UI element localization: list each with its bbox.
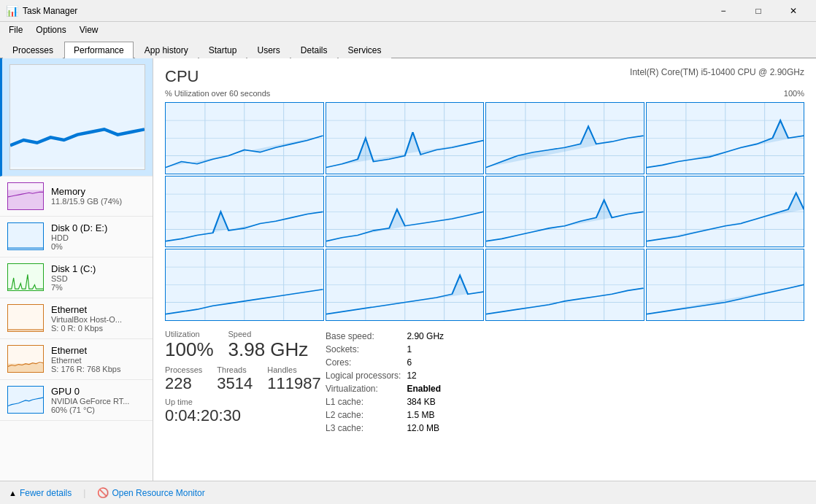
speed-value: 3.98 GHz xyxy=(228,338,309,361)
sidebar-item-eth1[interactable]: Ethernet VirtualBox Host-O... S: 0 R: 0 … xyxy=(0,298,153,339)
gpu-thumbnail xyxy=(7,386,44,414)
cpu-cell-2 xyxy=(326,102,485,174)
cpu-grid xyxy=(165,102,804,321)
close-button[interactable]: ✕ xyxy=(777,0,810,22)
disk0-thumbnail xyxy=(7,222,44,250)
virtualization-label: Virtualization: xyxy=(326,382,407,395)
menu-file[interactable]: File xyxy=(3,23,28,36)
base-speed-value: 2.90 GHz xyxy=(407,330,450,343)
sidebar: CPU 100% 3.98 GHz Memory 11.8/15.9 GB (7… xyxy=(0,58,153,481)
l3-value: 12.0 MB xyxy=(407,422,450,435)
fewer-details-link[interactable]: Fewer details xyxy=(20,488,72,498)
eth2-sidebar-sub: Ethernet xyxy=(51,356,145,365)
spec-row-sockets: Sockets: 1 xyxy=(326,343,450,356)
threads-value: 3514 xyxy=(217,374,253,393)
tab-services[interactable]: Services xyxy=(339,42,391,58)
footer-separator: | xyxy=(83,488,85,498)
cpu-cell-11 xyxy=(485,249,644,321)
svg-rect-0 xyxy=(8,190,43,209)
eth2-thumbnail xyxy=(7,345,44,373)
disk1-sidebar-name: Disk 1 (C:) xyxy=(51,263,145,274)
eth2-sidebar-name: Ethernet xyxy=(51,345,145,356)
stats-right: Base speed: 2.90 GHz Sockets: 1 Cores: 6… xyxy=(311,330,804,435)
tab-bar: Processes Performance App history Startu… xyxy=(0,38,816,58)
cpu-thumbnail xyxy=(9,64,145,170)
utilization-value: 100% xyxy=(165,338,214,361)
tab-startup[interactable]: Startup xyxy=(199,42,247,58)
eth1-sidebar-pct: S: 0 R: 0 Kbps xyxy=(51,324,145,333)
processes-value: 228 xyxy=(165,374,202,393)
disk0-sidebar-name: Disk 0 (D: E:) xyxy=(51,222,145,233)
tab-processes[interactable]: Processes xyxy=(3,42,63,58)
title-bar: 📊 Task Manager − □ ✕ xyxy=(0,0,816,22)
resource-monitor-icon: 🚫 xyxy=(97,487,109,498)
eth2-sidebar-pct: S: 176 R: 768 Kbps xyxy=(51,365,145,373)
window-controls: − □ ✕ xyxy=(707,0,810,22)
cpu-cell-7 xyxy=(485,176,644,248)
tab-details[interactable]: Details xyxy=(291,42,337,58)
tab-performance[interactable]: Performance xyxy=(64,42,134,58)
maximize-button[interactable]: □ xyxy=(742,0,775,22)
speed-stat: Speed 3.98 GHz xyxy=(228,330,309,361)
minimize-button[interactable]: − xyxy=(707,0,740,22)
gpu-sidebar-pct: 60% (71 °C) xyxy=(51,406,145,414)
l2-label: L2 cache: xyxy=(326,408,407,422)
eth2-sidebar-info: Ethernet Ethernet S: 176 R: 768 Kbps xyxy=(51,345,145,373)
gpu-sidebar-info: GPU 0 NVIDIA GeForce RT... 60% (71 °C) xyxy=(51,386,145,414)
window-title: Task Manager xyxy=(23,6,707,16)
sidebar-item-disk1[interactable]: Disk 1 (C:) SSD 7% xyxy=(0,257,153,298)
uptime-label: Up time xyxy=(165,398,311,406)
open-resource-monitor-link[interactable]: Open Resource Monitor xyxy=(112,488,204,498)
chart-percent: 100% xyxy=(784,89,804,98)
memory-sidebar-stats: 11.8/15.9 GB (74%) xyxy=(51,197,145,206)
disk1-thumbnail xyxy=(7,263,44,291)
chart-label: % Utilization over 60 seconds xyxy=(165,89,270,98)
sockets-label: Sockets: xyxy=(326,343,407,356)
svg-rect-1 xyxy=(8,364,43,372)
gpu-sidebar-sub: NVIDIA GeForce RT... xyxy=(51,397,145,406)
menu-view[interactable]: View xyxy=(74,23,104,36)
sidebar-item-cpu[interactable]: CPU 100% 3.98 GHz xyxy=(0,58,153,177)
utilization-stat: Utilization 100% xyxy=(165,330,214,361)
tab-users[interactable]: Users xyxy=(247,42,289,58)
logical-label: Logical processors: xyxy=(326,369,407,382)
l1-value: 384 KB xyxy=(407,395,450,408)
disk1-sidebar-pct: 7% xyxy=(51,283,145,292)
eth1-sidebar-sub: VirtualBox Host-O... xyxy=(51,315,145,324)
l3-label: L3 cache: xyxy=(326,422,407,435)
stats-left: Utilization 100% Speed 3.98 GHz Processe… xyxy=(165,330,311,435)
logical-value: 12 xyxy=(407,369,450,382)
sidebar-item-gpu[interactable]: GPU 0 NVIDIA GeForce RT... 60% (71 °C) xyxy=(0,380,153,421)
disk1-sidebar-info: Disk 1 (C:) SSD 7% xyxy=(51,263,145,292)
cores-label: Cores: xyxy=(326,356,407,369)
utilization-label: Utilization xyxy=(165,330,214,338)
cpu-cell-5 xyxy=(165,176,324,248)
sidebar-item-disk0[interactable]: Disk 0 (D: E:) HDD 0% xyxy=(0,217,153,257)
menu-bar: File Options View xyxy=(0,22,816,38)
cpu-cell-9 xyxy=(165,249,324,321)
memory-sidebar-name: Memory xyxy=(51,186,145,197)
l1-label: L1 cache: xyxy=(326,395,407,408)
footer: ▲ Fewer details | 🚫 Open Resource Monito… xyxy=(0,481,816,504)
spec-row-l3: L3 cache: 12.0 MB xyxy=(326,422,450,435)
sidebar-item-eth2[interactable]: Ethernet Ethernet S: 176 R: 768 Kbps xyxy=(0,339,153,380)
uptime-value: 0:04:20:30 xyxy=(165,406,311,425)
spec-row-virtualization: Virtualization: Enabled xyxy=(326,382,450,395)
spec-row-logical: Logical processors: 12 xyxy=(326,369,450,382)
cpu-model: Intel(R) Core(TM) i5-10400 CPU @ 2.90GHz xyxy=(630,67,804,77)
cpu-cell-6 xyxy=(326,176,485,248)
resource-monitor-group[interactable]: 🚫 Open Resource Monitor xyxy=(97,487,204,498)
sidebar-item-memory[interactable]: Memory 11.8/15.9 GB (74%) xyxy=(0,177,153,217)
app-icon: 📊 xyxy=(6,5,18,17)
threads-stat: Threads 3514 xyxy=(217,365,253,393)
sockets-value: 1 xyxy=(407,343,450,356)
fewer-details-group[interactable]: ▲ Fewer details xyxy=(9,488,72,498)
threads-label: Threads xyxy=(217,365,253,374)
virtualization-value: Enabled xyxy=(407,382,450,395)
tab-app-history[interactable]: App history xyxy=(135,42,198,58)
eth1-sidebar-info: Ethernet VirtualBox Host-O... S: 0 R: 0 … xyxy=(51,304,145,333)
chevron-up-icon: ▲ xyxy=(9,489,17,497)
memory-sidebar-info: Memory 11.8/15.9 GB (74%) xyxy=(51,186,145,206)
menu-options[interactable]: Options xyxy=(30,23,72,36)
processes-label: Processes xyxy=(165,365,202,374)
